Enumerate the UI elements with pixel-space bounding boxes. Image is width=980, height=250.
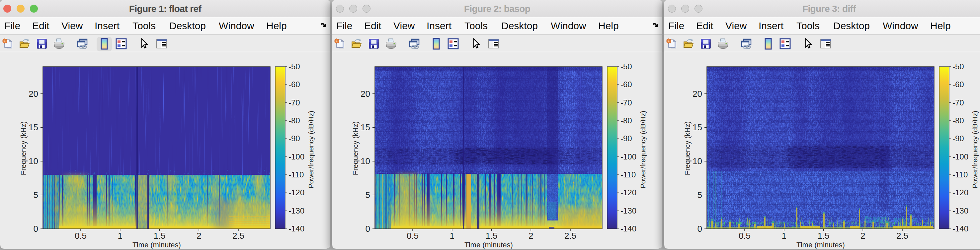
svg-text:-60: -60 (288, 80, 300, 89)
svg-text:-60: -60 (953, 80, 964, 89)
svg-text:Time (minutes): Time (minutes) (796, 241, 845, 249)
svg-text:20: 20 (361, 89, 370, 99)
svg-text:-130: -130 (288, 206, 304, 215)
svg-text:2: 2 (528, 231, 533, 241)
svg-text:-90: -90 (288, 134, 300, 143)
svg-text:0: 0 (697, 224, 702, 234)
svg-text:Power/frequency (dB/Hz): Power/frequency (dB/Hz) (307, 111, 315, 189)
svg-text:Time (minutes): Time (minutes) (465, 241, 513, 249)
svg-text:-100: -100 (953, 152, 968, 161)
svg-text:0: 0 (33, 224, 38, 234)
svg-text:Power/frequency (dB/Hz): Power/frequency (dB/Hz) (639, 111, 647, 189)
svg-text:1.5: 1.5 (817, 231, 829, 241)
svg-text:-50: -50 (288, 62, 300, 71)
svg-text:-90: -90 (620, 134, 632, 143)
svg-text:20: 20 (692, 89, 702, 99)
svg-text:10: 10 (692, 156, 702, 166)
svg-text:-110: -110 (288, 170, 304, 179)
svg-text:2.5: 2.5 (232, 231, 244, 241)
svg-text:2.5: 2.5 (896, 231, 908, 241)
svg-text:5: 5 (366, 190, 370, 200)
svg-text:2: 2 (861, 231, 865, 241)
svg-text:15: 15 (361, 122, 370, 132)
svg-text:20: 20 (29, 89, 38, 99)
svg-text:-120: -120 (620, 188, 636, 197)
svg-text:-80: -80 (953, 116, 964, 125)
svg-text:2.5: 2.5 (564, 231, 576, 241)
svg-text:-60: -60 (620, 80, 632, 89)
svg-text:-50: -50 (620, 62, 632, 71)
svg-text:-130: -130 (620, 206, 636, 215)
svg-text:-80: -80 (620, 116, 632, 125)
svg-text:-70: -70 (288, 98, 300, 107)
svg-text:-140: -140 (620, 224, 636, 233)
svg-text:-120: -120 (288, 188, 304, 197)
svg-text:-70: -70 (620, 98, 632, 107)
svg-text:0.5: 0.5 (739, 231, 751, 241)
svg-text:-90: -90 (953, 134, 964, 143)
svg-text:2: 2 (197, 231, 201, 241)
svg-text:0: 0 (366, 224, 370, 234)
svg-text:-110: -110 (953, 170, 968, 179)
svg-text:-110: -110 (620, 170, 636, 179)
svg-text:1: 1 (782, 231, 786, 241)
svg-text:Frequency (kHz): Frequency (kHz) (683, 121, 692, 176)
svg-text:Power/frequency (dB/Hz): Power/frequency (dB/Hz) (971, 111, 979, 189)
svg-text:0.5: 0.5 (407, 231, 418, 241)
svg-text:Frequency (kHz): Frequency (kHz) (351, 121, 360, 176)
svg-text:-80: -80 (288, 116, 300, 125)
svg-text:15: 15 (692, 122, 702, 132)
svg-text:10: 10 (29, 156, 38, 166)
svg-text:0.5: 0.5 (75, 231, 87, 241)
svg-text:-140: -140 (953, 224, 968, 233)
svg-text:5: 5 (33, 190, 38, 200)
svg-text:1.5: 1.5 (153, 231, 165, 241)
svg-text:1.5: 1.5 (485, 231, 497, 241)
svg-text:Time (minutes): Time (minutes) (132, 241, 181, 249)
svg-text:-140: -140 (288, 224, 304, 233)
svg-text:Frequency (kHz): Frequency (kHz) (19, 121, 27, 176)
svg-text:1: 1 (450, 231, 455, 241)
svg-text:15: 15 (29, 122, 38, 132)
svg-text:-130: -130 (953, 206, 968, 215)
svg-text:-70: -70 (953, 98, 964, 107)
svg-text:-120: -120 (953, 188, 968, 197)
svg-text:1: 1 (118, 231, 123, 241)
svg-text:5: 5 (697, 190, 702, 200)
svg-text:10: 10 (361, 156, 370, 166)
svg-text:-100: -100 (288, 152, 304, 161)
svg-text:-50: -50 (953, 62, 964, 71)
svg-text:-100: -100 (620, 152, 636, 161)
